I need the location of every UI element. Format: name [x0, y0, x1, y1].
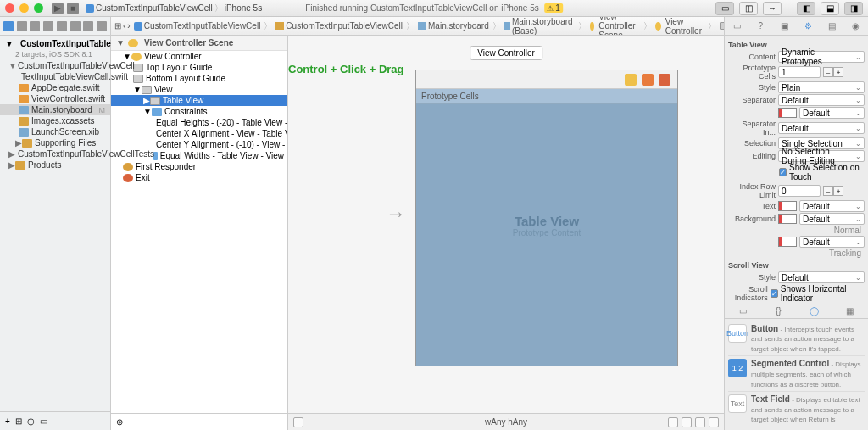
exit-dock-icon[interactable]	[659, 74, 670, 86]
outline-view[interactable]: ▼ View	[111, 84, 287, 95]
indexrow-field[interactable]: 0	[778, 185, 821, 197]
close-window[interactable]	[5, 3, 14, 13]
library-item-button[interactable]: Button Button - Intercepts touch events …	[728, 321, 865, 357]
file-inspector-tab[interactable]: ▭	[731, 20, 743, 32]
outline-constraint[interactable]: Center X Alignment - View - Table View	[111, 128, 287, 139]
code-snippet-tab[interactable]: {}	[772, 305, 784, 317]
issue-nav-tab[interactable]	[43, 21, 53, 31]
text-popup[interactable]: Default⌄	[799, 200, 865, 212]
text-color[interactable]	[778, 201, 797, 211]
scm-icon[interactable]: ▭	[40, 416, 47, 426]
file-row[interactable]: ViewController.swift	[0, 93, 110, 104]
warning-badge[interactable]: ⚠ 1	[544, 3, 563, 13]
maximize-window[interactable]	[34, 3, 43, 13]
size-class-bar[interactable]: wAny hAny	[288, 413, 724, 430]
project-header[interactable]: ▼ CustomTextInputTableViewCell M	[0, 36, 110, 51]
vc-label-button[interactable]: View Controller	[470, 46, 542, 60]
toggle-utilities[interactable]: ◨	[844, 2, 863, 15]
help-inspector-tab[interactable]: ?	[754, 20, 766, 32]
outline-first-responder[interactable]: First Responder	[111, 161, 287, 172]
recent-icon[interactable]: ◷	[27, 416, 35, 426]
library-item-segmented[interactable]: 1 2 Segmented Control - Displays multipl…	[728, 356, 865, 392]
media-library-tab[interactable]: ▦	[844, 305, 856, 317]
breakpoint-nav-tab[interactable]	[83, 21, 93, 31]
minimize-window[interactable]	[19, 3, 29, 13]
track-popup[interactable]: Default⌄	[799, 236, 865, 248]
responder-dock-icon[interactable]	[642, 74, 654, 86]
outline-tableview-selected[interactable]: ▶ Table View	[111, 95, 287, 106]
jump-bar[interactable]: ⊞ ‹ › CustomTextInputTableViewCell〉 Cust…	[111, 17, 724, 36]
filter-icon[interactable]: ⊞	[15, 416, 22, 426]
test-nav-tab[interactable]	[57, 21, 67, 31]
file-row[interactable]: Images.xcassets	[0, 115, 110, 126]
folder-row[interactable]: ▶Supporting Files	[0, 137, 110, 148]
track-color[interactable]	[778, 237, 797, 247]
outline-constraints[interactable]: ▼ Constraints	[111, 106, 287, 117]
sv-style-popup[interactable]: Default⌄	[778, 271, 865, 283]
nav-back-arrow[interactable]: ‹	[123, 21, 125, 31]
version-editor[interactable]: ↔	[763, 2, 782, 15]
folder-row[interactable]: ▶CustomTextInputTableViewCellTests	[0, 148, 110, 159]
align-button[interactable]	[668, 417, 678, 427]
horiz-ind-cb[interactable]: ✓	[771, 289, 778, 298]
folder-row[interactable]: ▼CustomTextInputTableViewCell	[0, 60, 110, 71]
outline-blg[interactable]: Bottom Layout Guide	[111, 73, 287, 84]
attributes-inspector-tab[interactable]: ⚙	[803, 20, 815, 32]
content-popup[interactable]: Dynamic Prototypes⌄	[778, 51, 865, 63]
toggle-debug[interactable]: ⬓	[821, 2, 839, 15]
connections-inspector-tab[interactable]: ◉	[850, 20, 862, 32]
sepinset-popup[interactable]: Default⌄	[778, 122, 865, 134]
project-nav-tab[interactable]	[3, 21, 14, 31]
find-nav-tab[interactable]	[30, 21, 40, 31]
outline-exit[interactable]: Exit	[111, 172, 287, 183]
sep-color-popup[interactable]: Default⌄	[799, 107, 865, 119]
file-row-selected[interactable]: Main.storyboardM	[0, 104, 110, 115]
symbol-nav-tab[interactable]	[17, 21, 27, 31]
show-selection-cb[interactable]: ✓	[779, 168, 787, 176]
standard-editor[interactable]: ▭	[715, 2, 734, 15]
outline-tlg[interactable]: Top Layout Guide	[111, 62, 287, 73]
debug-nav-tab[interactable]	[70, 21, 81, 31]
folder-icon	[15, 161, 25, 170]
add-button[interactable]: +	[5, 416, 10, 426]
assistant-editor[interactable]: ◫	[739, 2, 758, 15]
style-popup[interactable]: Plain⌄	[778, 81, 865, 93]
size-class-label[interactable]: wAny hAny	[485, 417, 527, 427]
library-item-textfield[interactable]: Text Text Field - Displays editable text…	[728, 392, 865, 427]
vc-dock-icon[interactable]	[625, 74, 637, 86]
ib-canvas[interactable]: Control + Click + Drag → View Controller…	[288, 36, 724, 430]
toggle-navigator[interactable]: ◧	[797, 2, 815, 15]
nav-fwd-arrow[interactable]: ›	[127, 21, 130, 31]
file-row[interactable]: AppDelegate.swift	[0, 82, 110, 93]
pin-button[interactable]	[682, 417, 692, 427]
file-template-tab[interactable]: ▭	[737, 305, 748, 317]
scheme-selector[interactable]: CustomTextInputTableViewCell 〉 iPhone 5s	[86, 3, 262, 14]
stop-button[interactable]: ■	[67, 3, 79, 14]
bg-popup[interactable]: Default⌄	[799, 213, 865, 225]
proto-cells-field[interactable]: 1	[778, 66, 821, 78]
size-inspector-tab[interactable]: ▤	[826, 20, 838, 32]
object-library-tab[interactable]: ◯	[809, 305, 821, 317]
filter-icon[interactable]: ⊚	[116, 417, 123, 427]
view-controller-canvas[interactable]: Prototype Cells Table View Prototype Con…	[415, 70, 678, 366]
guide-icon	[133, 75, 143, 83]
outline-toggle[interactable]	[293, 417, 303, 427]
separator-popup[interactable]: Default⌄	[778, 94, 865, 106]
resolve-button[interactable]	[695, 417, 705, 427]
separator-color[interactable]	[778, 108, 797, 118]
nav-back[interactable]: ⊞	[114, 21, 121, 31]
bg-color[interactable]	[778, 214, 797, 224]
report-nav-tab[interactable]	[97, 21, 107, 31]
stepper-down[interactable]: –	[823, 67, 833, 77]
resize-button[interactable]	[709, 417, 719, 427]
table-view-canvas[interactable]: Prototype Cells Table View Prototype Con…	[416, 89, 677, 366]
stepper-up[interactable]: +	[833, 67, 843, 77]
file-row[interactable]: LaunchScreen.xib	[0, 126, 110, 137]
outline-vc[interactable]: ▼ View Controller	[111, 51, 287, 62]
folder-row[interactable]: ▶Products	[0, 159, 110, 170]
identity-inspector-tab[interactable]: ▣	[778, 20, 790, 32]
file-row[interactable]: TextInputTableViewCell.swiftA	[0, 71, 110, 82]
outline-constraint[interactable]: Equal Heights - (-20) - Table View - Vie…	[111, 117, 287, 128]
editing-popup[interactable]: No Selection During Editing⌄	[778, 150, 865, 162]
run-button[interactable]: ▶	[52, 3, 64, 14]
